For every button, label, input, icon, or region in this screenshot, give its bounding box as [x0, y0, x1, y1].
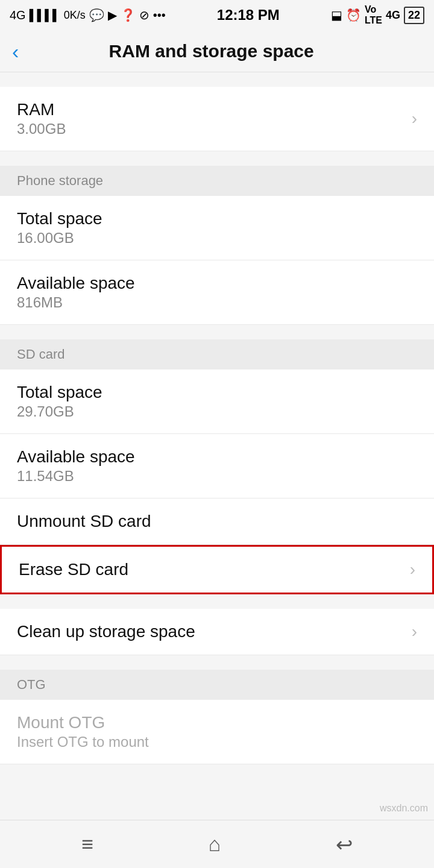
- battery-indicator: 22: [404, 7, 424, 24]
- mount-otg-title: Mount OTG: [17, 713, 149, 732]
- lte-icon: 4G: [386, 9, 400, 22]
- status-time: 12:18 PM: [217, 7, 280, 24]
- youtube-icon: ▶: [108, 8, 117, 22]
- phone-available-item: Available space 816MB: [0, 260, 434, 325]
- whatsapp-icon: 💬: [89, 8, 104, 22]
- gap-after-ram: [0, 151, 434, 166]
- speed-text: 0K/s: [64, 9, 86, 22]
- mount-otg-text: Mount OTG Insert OTG to mount: [17, 713, 149, 750]
- mount-otg-item: Mount OTG Insert OTG to mount: [0, 700, 434, 764]
- phone-available-title: Available space: [17, 274, 135, 293]
- sd-card-label: SD card: [17, 347, 64, 362]
- top-bar: ‹ RAM and storage space: [0, 30, 434, 72]
- status-bar: 4G ▌▌▌▌ 0K/s 💬 ▶ ❓ ⊘ ••• 12:18 PM ⬓ ⏰ Vo…: [0, 0, 434, 30]
- unmount-sd-text: Unmount SD card: [17, 512, 151, 531]
- bluetooth-icon: ⬓: [331, 8, 342, 22]
- signal-bars: ▌▌▌▌: [30, 9, 60, 22]
- erase-sd-text: Erase SD card: [19, 560, 128, 579]
- phone-storage-separator: Phone storage: [0, 166, 434, 196]
- phone-total-subtitle: 16.00GB: [17, 230, 102, 247]
- otg-separator: OTG: [0, 670, 434, 700]
- unmount-sd-title: Unmount SD card: [17, 512, 151, 531]
- phone-total-item: Total space 16.00GB: [0, 196, 434, 260]
- ram-item[interactable]: RAM 3.00GB ›: [0, 87, 434, 151]
- clean-up-chevron-icon: ›: [412, 622, 417, 641]
- sd-available-title: Available space: [17, 447, 135, 467]
- gap-before-ram: [0, 72, 434, 87]
- clean-up-item[interactable]: Clean up storage space ›: [0, 609, 434, 655]
- phone-available-text: Available space 816MB: [17, 274, 135, 311]
- clean-up-title: Clean up storage space: [17, 622, 195, 641]
- sd-available-item: Available space 11.54GB: [0, 434, 434, 498]
- otg-label: OTG: [17, 677, 46, 693]
- phone-total-title: Total space: [17, 209, 102, 228]
- ram-chevron-icon: ›: [412, 109, 417, 128]
- signal-text: 4G: [10, 8, 26, 22]
- erase-sd-title: Erase SD card: [19, 560, 128, 579]
- content: RAM 3.00GB › Phone storage Total space 1…: [0, 72, 434, 820]
- back-button[interactable]: ‹: [12, 41, 19, 61]
- unmount-sd-item[interactable]: Unmount SD card: [0, 498, 434, 545]
- ram-text: RAM 3.00GB: [17, 100, 66, 137]
- volte-icon: VoLTE: [365, 4, 382, 26]
- clean-up-text: Clean up storage space: [17, 622, 195, 641]
- status-right: ⬓ ⏰ VoLTE 4G 22: [331, 4, 424, 26]
- ram-title: RAM: [17, 100, 66, 119]
- phone-available-subtitle: 816MB: [17, 294, 135, 311]
- phone-total-text: Total space 16.00GB: [17, 209, 102, 247]
- sd-available-text: Available space 11.54GB: [17, 447, 135, 485]
- erase-sd-chevron-icon: ›: [410, 560, 415, 579]
- ram-subtitle: 3.00GB: [17, 121, 66, 137]
- unknown-icon1: ❓: [121, 8, 136, 22]
- alarm-icon: ⏰: [346, 8, 361, 22]
- menu-nav-icon[interactable]: ≡: [81, 832, 93, 856]
- gap-after-sd: [0, 594, 434, 609]
- mount-otg-subtitle: Insert OTG to mount: [17, 734, 149, 750]
- phone-storage-label: Phone storage: [17, 173, 103, 189]
- page-title: RAM and storage space: [31, 41, 392, 61]
- bottom-nav: ≡ ⌂ ↩: [0, 820, 434, 868]
- more-icon: •••: [153, 8, 166, 22]
- gap-after-clean: [0, 655, 434, 670]
- home-nav-icon[interactable]: ⌂: [209, 832, 221, 856]
- sd-total-item: Total space 29.70GB: [0, 370, 434, 434]
- gap-after-phone: [0, 325, 434, 339]
- unknown-icon2: ⊘: [139, 8, 149, 22]
- sd-total-text: Total space 29.70GB: [17, 383, 102, 420]
- erase-sd-item[interactable]: Erase SD card ›: [0, 545, 434, 594]
- sd-total-subtitle: 29.70GB: [17, 403, 102, 420]
- sd-total-title: Total space: [17, 383, 102, 402]
- sd-card-separator: SD card: [0, 339, 434, 370]
- back-nav-icon[interactable]: ↩: [336, 832, 353, 857]
- sd-available-subtitle: 11.54GB: [17, 468, 135, 485]
- status-left: 4G ▌▌▌▌ 0K/s 💬 ▶ ❓ ⊘ •••: [10, 8, 166, 22]
